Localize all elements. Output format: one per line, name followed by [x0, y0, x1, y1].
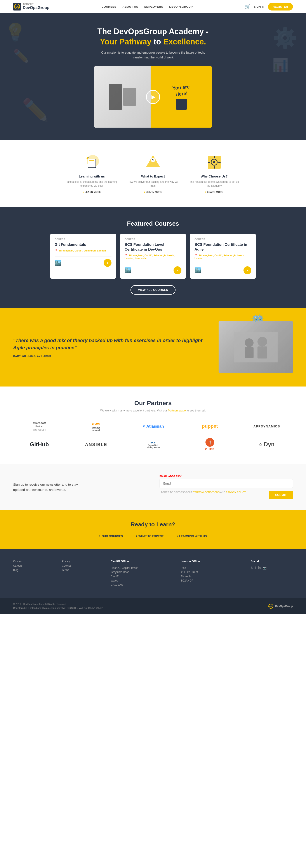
- courses-grid: COURSE Git Fundamentals Birmingham, Card…: [13, 234, 293, 279]
- footer-cardiff: Cardiff Office Floor 22, Capital TowerGr…: [111, 560, 174, 587]
- nav-courses[interactable]: COURSES: [101, 5, 116, 8]
- cta-section: Ready to Learn? OUR COURSES WHAT TO EXPE…: [0, 510, 306, 549]
- cta-link-learning[interactable]: LEARNING WITH US: [177, 534, 207, 538]
- svg-rect-19: [245, 347, 253, 358]
- svg-rect-21: [258, 346, 267, 359]
- nav-employers[interactable]: EMPLOYERS: [144, 5, 163, 8]
- footer-col-1: Contact Careers Blog: [13, 560, 55, 587]
- video-thumbnail: You areHere!: [94, 66, 212, 128]
- newsletter-section: Sign up to receive our newsletter and to…: [0, 464, 306, 510]
- register-button[interactable]: REGISTER: [268, 3, 293, 10]
- courses-heading: Featured Courses: [13, 220, 293, 227]
- course-arrow-2[interactable]: ›: [174, 266, 181, 274]
- course-title-3: BCS Foundation Certificate in Agile: [195, 242, 251, 252]
- partners-page-link[interactable]: Partners page: [168, 409, 186, 412]
- nav-actions: 🛒 SIGN IN REGISTER: [245, 3, 293, 10]
- testimonial-img-placeholder: [218, 321, 293, 373]
- courses-section: Featured Courses COURSE Git Fundamentals…: [0, 207, 306, 308]
- svg-point-18: [245, 338, 253, 347]
- newsletter-terms: I AGREE TO DEVOPSGROUP TERMS & CONDITION…: [160, 491, 266, 494]
- cta-heading: Ready to Learn?: [13, 521, 293, 528]
- feature-expect: What to Expect How we deliver our traini…: [127, 153, 179, 194]
- feature-choose-title: Why Choose Us?: [188, 175, 240, 178]
- svg-rect-15: [208, 162, 210, 163]
- privacy-link[interactable]: PRIVACY POLICY: [226, 491, 246, 494]
- course-arrow-3[interactable]: ›: [243, 266, 251, 274]
- cart-icon[interactable]: 🛒: [245, 4, 250, 9]
- email-input[interactable]: [160, 479, 293, 488]
- feature-expect-title: What to Expect: [127, 175, 179, 178]
- footer-bottom-logo-text: DevOpsGroup: [275, 605, 293, 608]
- social-linkedin-link[interactable]: in: [258, 566, 261, 569]
- course-footer-2: 🏙️ ›: [125, 264, 181, 274]
- feature-learning: Learning with us Take a look at the acad…: [66, 153, 118, 194]
- social-facebook-link[interactable]: f: [255, 566, 256, 569]
- bg-gear-icon: ⚙️: [273, 27, 297, 50]
- partner-appdynamics: APPDYNAMICS: [253, 424, 280, 428]
- cta-link-expect[interactable]: WHAT TO EXPECT: [136, 534, 164, 538]
- newsletter-submit-button[interactable]: SUBMIT: [269, 491, 293, 499]
- footer-logo-icon: DO: [268, 603, 273, 609]
- feature-expect-icon: [144, 153, 162, 171]
- footer-london: London Office Rise41 Luke StreetShoredit…: [181, 560, 244, 587]
- partners-grid: MicrosoftPartner MICROSOFT aws partnerne…: [13, 421, 293, 451]
- partner-chef: 🍴 CHEF: [205, 438, 214, 451]
- svg-rect-3: [88, 159, 96, 168]
- newsletter-row: I AGREE TO DEVOPSGROUP TERMS & CONDITION…: [160, 491, 293, 499]
- view-all-courses-button[interactable]: VIEW ALL COURSES: [131, 285, 175, 294]
- footer-cardiff-heading: Cardiff Office: [111, 560, 174, 563]
- course-tag-2: COURSE: [125, 238, 181, 241]
- footer: Contact Careers Blog Privacy Cookies Ter…: [0, 549, 306, 598]
- partner-dyn: ○ Dyn: [259, 441, 275, 448]
- testimonial-quote: "There was a good mix of theory backed u…: [13, 337, 205, 351]
- social-instagram-link[interactable]: 📷: [263, 566, 266, 569]
- partner-github: GitHub: [30, 441, 49, 448]
- testimonial-text: "There was a good mix of theory backed u…: [13, 337, 205, 358]
- feature-expect-link[interactable]: LEARN MORE: [144, 190, 162, 194]
- logo[interactable]: DO ACADEMY DevOpsGroup: [13, 3, 49, 10]
- course-location-2: Birmingham, Cardiff, Edinburgh, Leeds, L…: [125, 254, 181, 259]
- footer-social-links: 𝕏 f in 📷: [251, 566, 293, 571]
- newsletter-desc: Sign up to receive our newsletter and to…: [13, 482, 88, 492]
- cta-link-courses[interactable]: OUR COURSES: [99, 534, 123, 538]
- footer-careers-link[interactable]: Careers: [13, 564, 55, 567]
- signin-link[interactable]: SIGN IN: [254, 5, 264, 8]
- footer-blog-link[interactable]: Blog: [13, 568, 55, 572]
- logo-text: DevOpsGroup: [23, 5, 49, 10]
- footer-contact-link[interactable]: Contact: [13, 560, 55, 563]
- partner-bcs: BCS AccreditedTraining Partner: [143, 439, 163, 450]
- footer-privacy-link[interactable]: Privacy: [62, 560, 104, 563]
- course-card-3: COURSE BCS Foundation Certificate in Agi…: [190, 234, 256, 279]
- svg-rect-4: [89, 160, 94, 161]
- email-label: EMAIL ADDRESS*: [160, 475, 293, 477]
- course-card-2: COURSE BCS Foundation Level Certificate …: [120, 234, 186, 279]
- nav-devopsgroup[interactable]: DEVOPSGROUP: [169, 5, 193, 8]
- course-arrow-1[interactable]: ›: [104, 259, 111, 267]
- feature-choose: Why Choose Us? The reason our clients wa…: [188, 153, 240, 194]
- course-title-2: BCS Foundation Level Certificate in DevO…: [125, 242, 181, 252]
- course-card-1: COURSE Git Fundamentals Birmingham, Card…: [50, 234, 116, 279]
- video-play-button[interactable]: [146, 90, 160, 104]
- footer-cookies-link[interactable]: Cookies: [62, 564, 104, 567]
- bg-pencil-icon: ✏️: [13, 49, 30, 64]
- course-skyline-2: 🏙️: [125, 267, 131, 273]
- footer-bottom-text: © 2018 - DevOpsGroup Ltd – All Rights Re…: [13, 602, 104, 610]
- cta-links: OUR COURSES WHAT TO EXPECT LEARNING WITH…: [13, 534, 293, 538]
- footer-terms-link[interactable]: Terms: [62, 568, 104, 572]
- feature-learning-link[interactable]: LEARN MORE: [83, 190, 101, 194]
- footer-london-address: Rise41 Luke StreetShoreditchEC2A 4DP: [181, 566, 244, 583]
- course-skyline-1: 🏙️: [55, 260, 61, 266]
- svg-rect-14: [214, 166, 215, 169]
- svg-rect-5: [89, 162, 93, 162]
- partner-aws: aws partnernetwork: [92, 421, 100, 431]
- partner-microsoft: MicrosoftPartner MICROSOFT: [33, 421, 46, 431]
- footer-grid: Contact Careers Blog Privacy Cookies Ter…: [13, 560, 293, 587]
- terms-link[interactable]: TERMS & CONDITIONS: [193, 491, 220, 494]
- svg-point-20: [258, 337, 267, 346]
- social-twitter-link[interactable]: 𝕏: [251, 566, 253, 569]
- logo-sub: ACADEMY: [23, 3, 49, 5]
- feature-choose-link[interactable]: LEARN MORE: [205, 190, 224, 194]
- nav-links: COURSES ABOUT US EMPLOYERS DEVOPSGROUP: [101, 5, 193, 8]
- testimonial-section: "There was a good mix of theory backed u…: [0, 308, 306, 386]
- nav-about[interactable]: ABOUT US: [123, 5, 138, 8]
